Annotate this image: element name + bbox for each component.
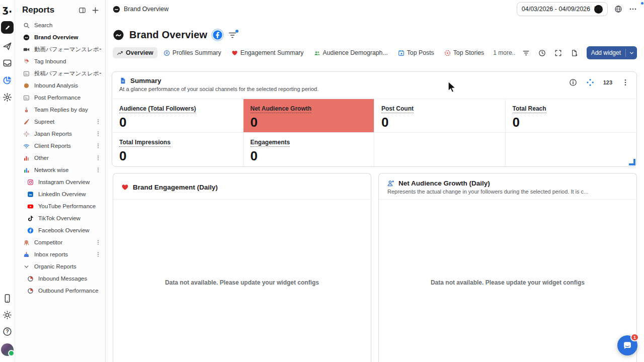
sidebar-item-tiktok-overview[interactable]: TikTok Overview xyxy=(15,212,105,224)
sidebar-item-competitor[interactable]: Competitor xyxy=(15,236,105,248)
doc-export-icon[interactable] xyxy=(571,49,578,57)
user-avatar[interactable] xyxy=(1,343,14,356)
metric-value: 0 xyxy=(119,148,243,164)
metric-label[interactable]: Engagements xyxy=(251,139,290,147)
chat-launcher-button[interactable]: 1 xyxy=(617,335,637,355)
metric-label[interactable]: Net Audience Growth xyxy=(251,105,312,113)
inbox-icon[interactable] xyxy=(3,58,12,68)
item-menu-icon[interactable] xyxy=(95,251,101,257)
add-widget-dropdown[interactable] xyxy=(626,46,637,59)
metric-label[interactable]: Post Count xyxy=(381,105,414,113)
sidebar-item-inbound-messages[interactable]: Inbound Messages xyxy=(15,273,105,285)
globe-icon[interactable] xyxy=(614,5,622,13)
date-range-picker[interactable]: 04/03/2026 - 04/09/2026 VS xyxy=(517,2,608,16)
heart-icon xyxy=(121,184,129,191)
sidebar-item-linkedin-overview[interactable]: inLinkedIn Overview xyxy=(15,188,105,200)
sidebar-item-[interactable]: 動画パフォーマンスレポート xyxy=(15,43,105,55)
add-widget-button[interactable]: Add widget xyxy=(587,46,637,59)
sidebar-item-network-wise[interactable]: Network wise xyxy=(15,164,105,176)
sidebar-item-inbound-analysis[interactable]: Inbound Analysis xyxy=(15,79,105,92)
sidebar-item-[interactable]: 投稿パフォーマンスレポート xyxy=(15,67,105,79)
add-report-icon[interactable] xyxy=(92,7,99,14)
funnel-icon[interactable] xyxy=(522,49,530,57)
metric-label[interactable]: Total Impressions xyxy=(119,139,171,147)
item-menu-icon[interactable] xyxy=(95,239,101,245)
metric-tile-post-count[interactable]: Post Count0 xyxy=(374,99,506,133)
fullscreen-icon[interactable] xyxy=(554,49,562,57)
metric-label[interactable]: Total Reach xyxy=(513,105,546,113)
tabs: OverviewProfiles SummaryEngagement Summa… xyxy=(113,47,490,58)
sidebar-item-label: Network wise xyxy=(34,167,95,173)
competitor-icon xyxy=(23,239,30,246)
sidebar-item-instagram-overview[interactable]: Instagram Overview xyxy=(15,176,105,188)
app-logo[interactable]: ʒ. xyxy=(3,3,12,15)
sidebar-item-facebook-overview[interactable]: Facebook Overview xyxy=(15,224,105,236)
reports-pie-icon[interactable] xyxy=(3,75,12,85)
help-icon[interactable]: ? xyxy=(3,327,12,336)
sidebar-item-youtube-performance[interactable]: YouTube Performance xyxy=(15,200,105,212)
tab-overview[interactable]: Overview xyxy=(113,47,157,58)
metric-label[interactable]: Audience (Total Followers) xyxy=(119,105,196,113)
item-menu-icon[interactable] xyxy=(95,155,101,161)
send-icon[interactable] xyxy=(3,41,12,51)
compose-icon[interactable] xyxy=(1,21,14,34)
empty-state-message: Data not available. Please update your w… xyxy=(113,279,371,286)
date-range-value: 04/03/2026 - 04/09/2026 xyxy=(522,6,590,13)
sidebar-item-team-replies-by-day[interactable]: Team Replies by day xyxy=(15,104,105,116)
sidebar-item-inbox-reports[interactable]: Inbox reports xyxy=(15,248,105,260)
metric-tile-audience-total-followers[interactable]: Audience (Total Followers)0 xyxy=(112,99,244,133)
move-widget-icon[interactable] xyxy=(586,78,594,86)
facebook-profile-badge[interactable] xyxy=(212,30,223,40)
calendar-icon xyxy=(398,50,405,56)
metric-tile-net-audience-growth[interactable]: Net Audience Growth0 xyxy=(244,99,375,133)
resize-handle[interactable] xyxy=(629,159,635,165)
tab-engagement-summary[interactable]: Engagement Summary xyxy=(227,47,308,58)
breadcrumb[interactable]: Brand Overview xyxy=(113,6,169,13)
tag-icon xyxy=(23,58,30,65)
icon-rail: ʒ. ? xyxy=(0,0,15,362)
widget-menu-icon[interactable] xyxy=(621,78,629,86)
page-title: Brand Overview xyxy=(129,29,207,41)
tab-audience-demograph[interactable]: Audience Demograph... xyxy=(310,47,392,58)
sidebar-item-japan-reports[interactable]: Japan Reports xyxy=(15,128,105,140)
metric-tile-engagements[interactable]: Engagements0 xyxy=(244,133,375,166)
item-menu-icon[interactable] xyxy=(95,131,101,137)
chat-bubble-icon xyxy=(622,340,632,350)
sidebar-item-other[interactable]: Other xyxy=(15,152,105,164)
sidebar-item-label: Client Reports xyxy=(34,143,95,149)
chevron-down-icon xyxy=(629,50,634,56)
collapse-panel-icon[interactable] xyxy=(78,7,86,14)
sidebar-item-organic-reports[interactable]: Organic Reports xyxy=(15,260,105,273)
mobile-icon[interactable] xyxy=(3,294,12,303)
sidebar-item-label: Brand Overview xyxy=(34,34,101,40)
item-menu-icon[interactable] xyxy=(95,119,101,125)
number-format-badge[interactable]: 123 xyxy=(603,79,612,85)
svg-text:in: in xyxy=(29,193,32,196)
sidebar-item-tag-inbound[interactable]: Tag Inbound xyxy=(15,55,105,67)
chart-bars-icon xyxy=(23,167,30,173)
sidebar-item-label: Search xyxy=(34,22,101,28)
item-menu-icon[interactable] xyxy=(95,167,101,173)
sidebar-item-supreet[interactable]: Supreet xyxy=(15,116,105,128)
sidebar-item-post-performance[interactable]: Post Performance xyxy=(15,92,105,104)
filter-alert-icon[interactable] xyxy=(228,31,237,40)
compare-vs-badge[interactable]: VS xyxy=(594,5,603,14)
info-icon[interactable] xyxy=(569,78,577,86)
more-tabs-link[interactable]: 1 more.. xyxy=(493,49,515,56)
sidebar-item-client-reports[interactable]: Client Reports xyxy=(15,140,105,152)
tab-profiles-summary[interactable]: Profiles Summary xyxy=(159,47,225,58)
tab-top-posts[interactable]: Top Posts xyxy=(394,47,438,58)
sidebar-item-outbound-performance[interactable]: Outbound Performance xyxy=(15,285,105,297)
clock-icon[interactable] xyxy=(538,49,546,57)
gear-icon[interactable] xyxy=(3,93,12,102)
item-menu-icon[interactable] xyxy=(95,143,101,149)
add-widget-label: Add widget xyxy=(587,49,625,56)
sun-icon[interactable] xyxy=(3,310,12,320)
sidebar-item-brand-overview[interactable]: Brand Overview xyxy=(15,31,105,43)
sidebar-item-search[interactable]: Search xyxy=(15,19,105,31)
metric-value: 0 xyxy=(251,148,374,164)
more-options-icon[interactable] xyxy=(629,5,637,13)
tab-top-stories[interactable]: Top Stories xyxy=(440,47,489,58)
metric-tile-total-reach[interactable]: Total Reach0 xyxy=(506,99,637,133)
metric-tile-total-impressions[interactable]: Total Impressions0 xyxy=(112,133,244,166)
